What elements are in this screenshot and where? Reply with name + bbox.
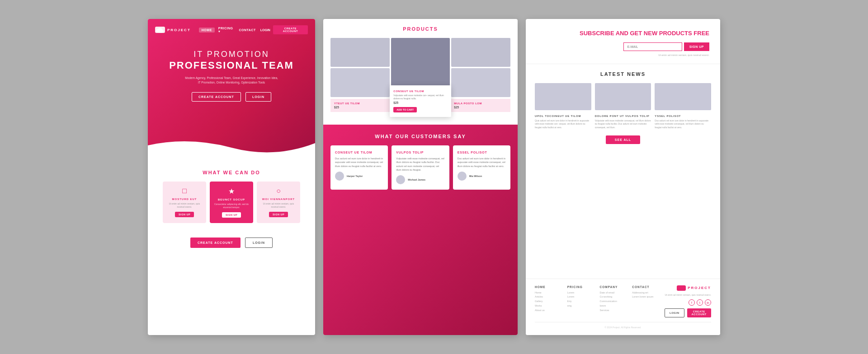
news-img-1 <box>595 83 651 110</box>
see-all-button[interactable]: SEE ALL <box>606 135 640 144</box>
footer-create-account-button[interactable]: CREATE ACCOUNT <box>687 308 712 317</box>
testimonial-card-1: VULPOS TOLIP Vulputate velit esse molest… <box>392 145 449 190</box>
nav-create-account-button[interactable]: CREATE ACCOUNT <box>273 25 308 34</box>
nav-login[interactable]: LOGIN <box>260 28 270 32</box>
footer-login-button[interactable]: LOGIN <box>665 308 684 317</box>
service-signup-0[interactable]: SIGN UP <box>175 212 194 217</box>
footer-link-home-0[interactable]: Home <box>535 291 563 295</box>
footer-link-company-0[interactable]: Date of email <box>600 291 628 295</box>
hero-buttons: CREATE ACCOUNT LOGIN <box>157 92 306 102</box>
services-section: WHAT WE CAN DO □ MOSTURD EUT Ut enim ad … <box>148 159 315 230</box>
news-item-title-2: YSSEL POLISOT <box>655 115 711 117</box>
news-img-2 <box>655 83 711 110</box>
nav-contact[interactable]: CONTACT <box>239 28 256 32</box>
twitter-icon[interactable]: t <box>697 299 703 306</box>
nav-pricing[interactable]: PRICING ▾ <box>218 27 236 33</box>
product-price-0: $25 <box>334 106 387 109</box>
footer-link-company-2[interactable]: Communication <box>600 299 628 304</box>
news-item-text-2: Duc aolunt vel eum iure dolor in hendrer… <box>655 119 711 130</box>
product-desc-featured: Vulputate velit esse molestie con- sequa… <box>393 94 447 100</box>
product-name-featured: CONSEUT UE TILOM <box>393 90 447 93</box>
testimonial-name-0: CONSEUT UE TILOM <box>335 151 383 154</box>
footer-col-company: COMPANY Date of email Co-working Communi… <box>600 285 628 318</box>
nav-right: LOGIN CREATE ACCOUNT <box>260 25 308 34</box>
product-img-bl <box>330 68 390 97</box>
hero-create-account-button[interactable]: CREATE ACCOUNT <box>192 92 241 102</box>
footer-link-pricing-0[interactable]: Lorem <box>567 291 595 295</box>
news-item-title-1: DOLORE PONT UT VULPOS TOLIP <box>595 115 651 117</box>
testimonial-card-0: CONSEUT UE TILOM Duc aolunt vel eum iure… <box>330 145 388 190</box>
linkedin-icon[interactable]: in <box>705 299 711 306</box>
service-signup-2[interactable]: SIGN UP <box>269 212 288 217</box>
footer-col-contact: CONTACT Addressing ert Lorem lorem ipsum <box>632 285 660 318</box>
footer-link-pricing-1[interactable]: Lorem <box>567 295 595 299</box>
product-name-0: YTEUT UE TILOM <box>334 102 387 105</box>
bottom-create-account-button[interactable]: CREATE ACCOUNT <box>190 238 241 248</box>
subscribe-button[interactable]: SIGN UP <box>684 42 709 51</box>
subscribe-title-free: FREE <box>693 30 709 37</box>
panel-3: SUBSCRIBE AND GET NEW PRODUCTS FREE SIGN… <box>526 19 720 335</box>
product-img-br <box>451 68 510 97</box>
testimonial-name-2: ESSEL POLISOT <box>458 151 506 154</box>
hero-content: IT PROMOTION PROFESSIONAL TEAM Modern Ag… <box>148 41 315 102</box>
service-icon-0: □ <box>166 187 203 195</box>
testimonial-name-1: VULPOS TOLIP <box>396 151 444 154</box>
logo-icon <box>155 27 165 33</box>
product-price-3: $25 <box>454 106 507 109</box>
footer-col-title-contact: CONTACT <box>632 285 660 289</box>
service-card-1: ★ BEUNCT SOCUP Consectetur adipiscing el… <box>210 182 253 223</box>
footer-link-home-3[interactable]: Works <box>535 304 563 308</box>
nav-home[interactable]: HOME <box>199 28 215 33</box>
hero-login-button[interactable]: LOGIN <box>245 92 271 102</box>
facebook-icon[interactable]: f <box>689 299 695 306</box>
bottom-login-button[interactable]: LOGIN <box>245 238 273 248</box>
testimonial-author-name-1: Michael James <box>408 178 425 181</box>
service-card-0: □ MOSTURD EUT Ut enim ad minim veniam, q… <box>163 182 206 223</box>
footer-col-title-company: COMPANY <box>600 285 628 289</box>
footer-link-company-3[interactable]: lorem <box>600 304 628 308</box>
subscribe-title: SUBSCRIBE AND GET NEW PRODUCTS FREE <box>537 30 709 37</box>
testimonials-section: WHAT OUR CUSTOMERS SAY CONSEUT UE TILOM … <box>323 125 518 335</box>
testimonial-avatar-2 <box>458 172 467 181</box>
nav-links: HOME PRICING ▾ CONTACT <box>199 27 256 33</box>
footer-link-home-1[interactable]: Articles <box>535 295 563 299</box>
panel-2: PRODUCTS YTEUT UE TILOM $25 CONSEUT UE T… <box>323 19 518 335</box>
footer-link-company-4[interactable]: Services <box>600 308 628 313</box>
product-card-0: YTEUT UE TILOM $25 <box>330 99 391 112</box>
news-images <box>535 83 711 110</box>
product-card-featured: CONSEUT UE TILOM Vulputate velit esse mo… <box>390 85 451 117</box>
footer-buttons: LOGIN CREATE ACCOUNT <box>665 308 711 317</box>
add-to-cart-button[interactable]: ADD TO CART <box>393 107 417 112</box>
footer-socials: f t in <box>689 299 711 306</box>
service-icon-2: ○ <box>260 187 297 195</box>
subscribe-form: SIGN UP <box>537 42 709 51</box>
hero-section: PROJECT HOME PRICING ▾ CONTACT LOGIN CRE… <box>148 19 315 159</box>
footer-link-home-2[interactable]: Gallery <box>535 299 563 304</box>
service-desc-0: Ut enim ad minim veniam, quis nostrud ex… <box>166 202 203 209</box>
footer-link-pricing-2[interactable]: Erty <box>567 299 595 304</box>
footer-description: Ut enim ad minim veniam, quis nostrud ex… <box>665 293 711 297</box>
subscribe-title-text: SUBSCRIBE AND GET NEW PRODUCTS <box>580 30 693 37</box>
service-desc-2: Ut enim ad minim veniam, quis nostrud ex… <box>260 202 297 209</box>
footer-logo-icon <box>677 285 686 291</box>
footer-link-home-4[interactable]: About us <box>535 308 563 313</box>
email-input[interactable] <box>623 42 682 51</box>
services-title: WHAT WE CAN DO <box>155 170 308 175</box>
footer-link-contact-0[interactable]: Addressing ert <box>632 291 660 295</box>
product-img-tr <box>451 38 510 67</box>
testimonial-author-0: Harper Taylor <box>335 172 383 181</box>
see-all-wrapper: SEE ALL <box>535 135 711 144</box>
footer-link-pricing-3[interactable]: ertg <box>567 304 595 308</box>
footer-link-contact-1[interactable]: Lorem lorem ipsum <box>632 295 660 299</box>
product-img-tl <box>330 38 390 67</box>
news-section: LATEST NEWS UPOL TOCOINEUT UE TILOM Quis… <box>526 64 720 279</box>
testimonial-author-1: Michael James <box>396 175 444 184</box>
footer-link-company-1[interactable]: Co-working <box>600 295 628 299</box>
navigation: PROJECT HOME PRICING ▾ CONTACT LOGIN CRE… <box>148 19 315 41</box>
service-name-2: WOI VIENNANPORT <box>260 198 297 200</box>
news-item-0: UPOL TOCOINEUT UE TILOM Quis aolunt vel … <box>535 115 591 130</box>
footer-col-title-home: HOME <box>535 285 563 289</box>
testimonial-avatar-1 <box>396 175 405 184</box>
service-signup-1[interactable]: SIGN UP <box>222 212 241 218</box>
news-item-title-0: UPOL TOCOINEUT UE TILOM <box>535 115 591 117</box>
